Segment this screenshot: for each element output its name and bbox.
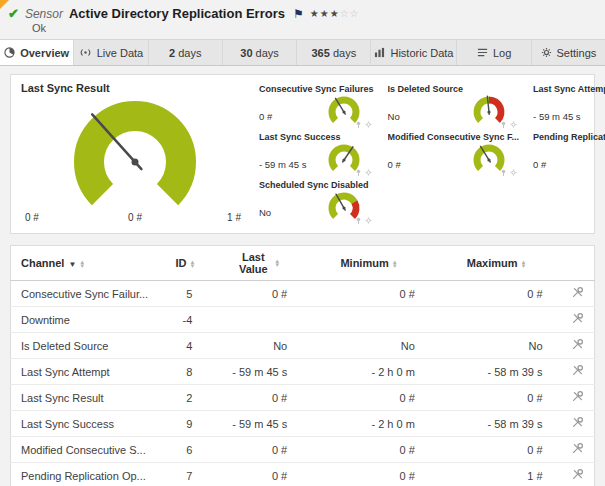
priority-stars[interactable]: ★★★☆☆ <box>310 8 360 19</box>
small-gauge-pending-replication-operatio[interactable]: Pending Replication Operatio...0 # <box>533 130 605 178</box>
channel-cell: Modified Consecutive S... <box>11 437 161 463</box>
small-gauge-actions <box>355 217 372 224</box>
gear-icon[interactable] <box>365 169 372 176</box>
channel-settings-wrench-icon[interactable] <box>571 364 584 377</box>
minimum-cell: No <box>305 333 433 359</box>
pin-icon[interactable] <box>500 121 507 128</box>
channel-settings-wrench-icon[interactable] <box>571 338 584 351</box>
col-header-id[interactable]: ID▲▼ <box>160 246 210 281</box>
maximum-cell: 0 # <box>433 281 561 307</box>
tab-historic-data[interactable]: Historic Data <box>371 40 457 65</box>
maximum-cell: 0 # <box>433 437 561 463</box>
tab-label: 30 days <box>240 47 279 59</box>
channel-cell: Consecutive Sync Failur... <box>11 281 161 307</box>
table-row-last-sync-attempt[interactable]: Last Sync Attempt8- 59 m 45 s- 2 h 0 m- … <box>11 359 595 385</box>
row-actions-cell <box>561 281 595 307</box>
main-gauge-title: Last Sync Result <box>21 82 249 94</box>
col-header-channel[interactable]: Channel▼▲▼ <box>11 246 161 281</box>
channel-table-body: Consecutive Sync Failur...50 #0 #0 #Down… <box>11 281 595 486</box>
maximum-cell: No <box>433 333 561 359</box>
id-cell: -4 <box>160 307 210 333</box>
table-row-last-sync-success[interactable]: Last Sync Success9- 59 m 45 s- 2 h 0 m- … <box>11 411 595 437</box>
small-gauge-is-deleted-source[interactable]: Is Deleted SourceNo <box>388 82 520 130</box>
col-header-actions <box>561 246 595 281</box>
sort-arrows-icon: ▲▼ <box>189 260 195 268</box>
channel-settings-wrench-icon[interactable] <box>571 390 584 403</box>
minimum-cell: - 2 h 0 m <box>305 359 433 385</box>
priority-flag-icon[interactable]: ⚑ <box>293 7 304 21</box>
status-text: Ok <box>32 22 595 34</box>
channel-settings-wrench-icon[interactable] <box>571 312 584 325</box>
table-row-modified-consecutive-s[interactable]: Modified Consecutive S...60 #0 #0 # <box>11 437 595 463</box>
tab-label: 365 days <box>312 47 357 59</box>
row-actions-cell <box>561 437 595 463</box>
table-row-pending-replication-op[interactable]: Pending Replication Op...70 #0 #1 # <box>11 463 595 486</box>
col-header-label: ID <box>175 257 186 269</box>
table-row-downtime[interactable]: Downtime-4 <box>11 307 595 333</box>
tab-live-data[interactable]: Live Data <box>74 40 148 65</box>
pin-icon[interactable] <box>355 121 362 128</box>
gear-icon[interactable] <box>510 169 517 176</box>
sort-arrows-icon: ▲▼ <box>274 259 280 267</box>
gear-icon[interactable] <box>510 121 517 128</box>
col-header-minimum[interactable]: Minimum▲▼ <box>305 246 433 281</box>
id-cell: 9 <box>160 411 210 437</box>
maximum-cell: - 58 m 39 s <box>433 411 561 437</box>
table-row-is-deleted-source[interactable]: Is Deleted Source4NoNoNo <box>11 333 595 359</box>
gear-icon[interactable] <box>365 121 372 128</box>
channel-settings-wrench-icon[interactable] <box>571 442 584 455</box>
tab-365-days[interactable]: 365 days <box>297 40 371 65</box>
row-actions-cell <box>561 411 595 437</box>
main-gauge <box>21 94 249 216</box>
tab-2-days[interactable]: 2 days <box>149 40 223 65</box>
gear-icon[interactable] <box>365 217 372 224</box>
pin-icon[interactable] <box>355 169 362 176</box>
settings-gear-icon <box>541 47 552 58</box>
table-row-consecutive-sync-failur[interactable]: Consecutive Sync Failur...50 #0 #0 # <box>11 281 595 307</box>
col-header-label: Channel <box>21 257 64 269</box>
channel-settings-wrench-icon[interactable] <box>571 286 584 299</box>
tab-settings[interactable]: Settings <box>532 40 605 65</box>
tab-label: Historic Data <box>390 47 453 59</box>
channel-cell: Last Sync Attempt <box>11 359 161 385</box>
col-header-maximum[interactable]: Maximum▲▼ <box>433 246 561 281</box>
log-icon <box>477 47 488 58</box>
small-gauge-value: 0 # <box>259 111 326 130</box>
main-gauge-min-label: 0 # <box>25 212 39 223</box>
col-header-label: Last Value <box>235 251 271 275</box>
small-gauge-value: 0 # <box>533 159 605 178</box>
channel-settings-wrench-icon[interactable] <box>571 416 584 429</box>
last-value-cell <box>210 307 305 333</box>
last-value-cell: - 59 m 45 s <box>210 359 305 385</box>
tab-log[interactable]: Log <box>457 40 531 65</box>
small-gauge-value: No <box>259 207 326 226</box>
pin-icon[interactable] <box>500 169 507 176</box>
small-gauge-title: Pending Replication Operatio... <box>533 132 605 142</box>
small-gauge-last-sync-attempt[interactable]: Last Sync Attempt- 59 m 45 s <box>533 82 605 130</box>
small-gauge-modified-consecutive-sync-f[interactable]: Modified Consecutive Sync F...0 # <box>388 130 520 178</box>
col-header-last-value[interactable]: Last Value▲▼ <box>210 246 305 281</box>
tab-label: Overview <box>20 47 69 59</box>
sensor-kind-label: Sensor <box>25 7 63 21</box>
pin-icon[interactable] <box>355 217 362 224</box>
col-header-label: Maximum <box>467 257 518 269</box>
maximum-cell <box>433 307 561 333</box>
row-actions-cell <box>561 333 595 359</box>
small-gauge-scheduled-sync-disabled[interactable]: Scheduled Sync DisabledNo <box>259 178 374 226</box>
maximum-cell: 1 # <box>433 463 561 486</box>
small-gauge-value: 0 # <box>388 159 472 178</box>
table-row-last-sync-result[interactable]: Last Sync Result20 #0 #0 # <box>11 385 595 411</box>
small-gauge-title: Is Deleted Source <box>388 84 520 94</box>
sensor-header: ✔ Sensor Active Directory Replication Er… <box>0 0 605 39</box>
table-header-row: Channel▼▲▼ID▲▼Last Value▲▼Minimum▲▼Maxim… <box>11 246 595 281</box>
tab-overview[interactable]: Overview <box>0 40 74 65</box>
small-gauge-actions <box>500 121 517 128</box>
main-gauge-area: Last Sync Result 0 # 0 # 1 # <box>21 82 249 226</box>
small-gauge-last-sync-success[interactable]: Last Sync Success- 59 m 45 s <box>259 130 374 178</box>
small-gauge-consecutive-sync-failures[interactable]: Consecutive Sync Failures0 # <box>259 82 374 130</box>
id-cell: 4 <box>160 333 210 359</box>
tab-30-days[interactable]: 30 days <box>223 40 297 65</box>
gauges-panel: Last Sync Result 0 # 0 # 1 # Consecutive… <box>10 74 595 234</box>
small-gauge-actions <box>500 169 517 176</box>
channel-settings-wrench-icon[interactable] <box>571 468 584 481</box>
